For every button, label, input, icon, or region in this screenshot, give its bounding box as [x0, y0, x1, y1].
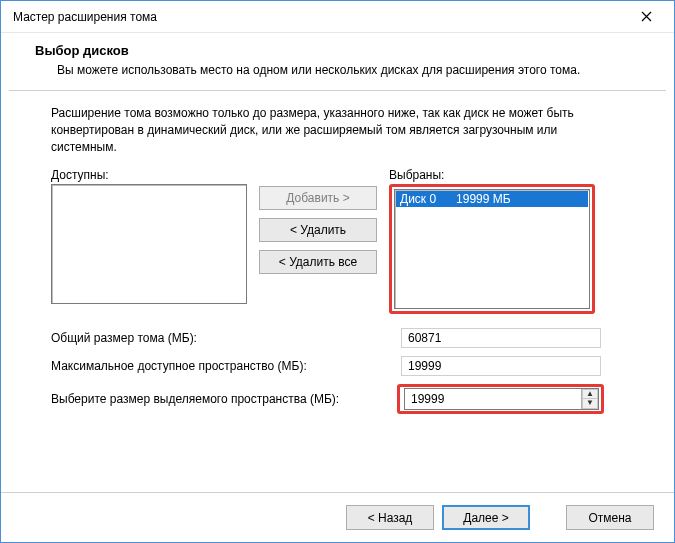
wizard-window: Мастер расширения тома Выбор дисков Вы м… — [0, 0, 675, 543]
choose-size-highlight: ▲ ▼ — [397, 384, 604, 414]
page-description: Вы можете использовать место на одном ил… — [21, 62, 654, 78]
size-spinner: ▲ ▼ — [404, 388, 599, 410]
choose-size-row: Выберите размер выделяемого пространства… — [51, 384, 638, 414]
total-size-row: Общий размер тома (МБ): 60871 — [51, 328, 638, 348]
remove-all-button[interactable]: < Удалить все — [259, 250, 377, 274]
selected-label: Выбраны: — [389, 168, 595, 182]
titlebar: Мастер расширения тома — [1, 1, 674, 33]
selected-listbox[interactable]: Диск 0 19999 МБ — [394, 189, 590, 309]
choose-size-label: Выберите размер выделяемого пространства… — [51, 392, 397, 406]
available-label: Доступны: — [51, 168, 247, 182]
spinner-down-button[interactable]: ▼ — [582, 398, 598, 409]
window-title: Мастер расширения тома — [13, 10, 157, 24]
intro-text: Расширение тома возможно только до разме… — [51, 105, 611, 155]
add-button: Добавить > — [259, 186, 377, 210]
wizard-footer: < Назад Далее > Отмена — [1, 492, 674, 542]
max-space-label: Максимальное доступное пространство (МБ)… — [51, 359, 401, 373]
next-button[interactable]: Далее > — [442, 505, 530, 530]
spinner-buttons: ▲ ▼ — [581, 389, 598, 409]
total-size-label: Общий размер тома (МБ): — [51, 331, 401, 345]
page-title: Выбор дисков — [21, 43, 654, 58]
close-button[interactable] — [626, 3, 666, 31]
selected-highlight: Диск 0 19999 МБ — [389, 184, 595, 314]
selected-column: Выбраны: Диск 0 19999 МБ — [389, 168, 595, 314]
max-space-row: Максимальное доступное пространство (МБ)… — [51, 356, 638, 376]
available-column: Доступны: — [51, 168, 247, 304]
available-listbox[interactable] — [51, 184, 247, 304]
back-button[interactable]: < Назад — [346, 505, 434, 530]
size-fields: Общий размер тома (МБ): 60871 Максимальн… — [51, 328, 638, 414]
total-size-value: 60871 — [401, 328, 601, 348]
wizard-header: Выбор дисков Вы можете использовать мест… — [1, 33, 674, 90]
close-icon — [641, 11, 652, 22]
list-item[interactable]: Диск 0 19999 МБ — [396, 191, 588, 207]
transfer-buttons: Добавить > < Удалить < Удалить все — [259, 168, 377, 274]
content-area: Расширение тома возможно только до разме… — [1, 91, 674, 431]
cancel-button[interactable]: Отмена — [566, 505, 654, 530]
max-space-value: 19999 — [401, 356, 601, 376]
spinner-up-button[interactable]: ▲ — [582, 389, 598, 399]
disk-columns: Доступны: Добавить > < Удалить < Удалить… — [51, 168, 638, 314]
remove-button[interactable]: < Удалить — [259, 218, 377, 242]
footer-spacer — [538, 505, 558, 530]
size-input[interactable] — [405, 389, 581, 409]
